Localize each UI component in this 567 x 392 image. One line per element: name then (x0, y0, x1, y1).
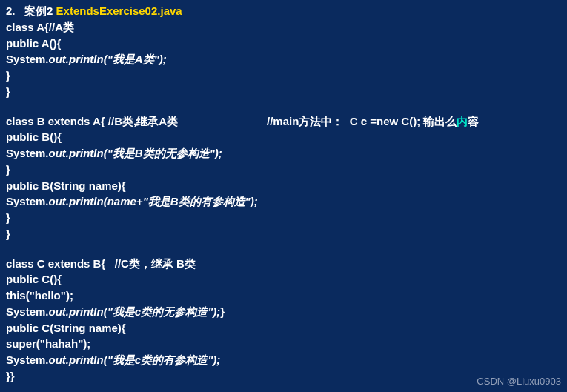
code-text: System. (6, 53, 49, 65)
code-italic: out.println("我是c类的有参构造"); (49, 353, 221, 366)
code-comment: //C类，继承 B类 (115, 257, 196, 270)
title-line: 2. 案例2 ExtendsExercise02.java (6, 3, 561, 19)
main-comment: //main方法中： C c =new C(); 输出么内容 (267, 113, 479, 130)
code-text: System. (6, 305, 49, 318)
code-line: public C(){ (6, 271, 561, 288)
code-text: class C extends B{ (6, 257, 115, 270)
code-line: public B(){ (6, 129, 561, 145)
code-line: public C(String name){ (6, 320, 561, 336)
block-gap (6, 242, 561, 256)
code-line: } (6, 84, 561, 100)
code-text: System. (6, 353, 49, 366)
code-text: System. (6, 147, 49, 159)
code-line: System.out.println("我是A类"); (6, 51, 561, 67)
code-line: } (6, 162, 561, 178)
code-line: class C extends B{ //C类，继承 B类 (6, 256, 561, 272)
code-line: System.out.println("我是c类的无参构造");} (6, 304, 561, 320)
code-italic: out.println(name+"我是B类的有参构造"); (49, 195, 258, 207)
code-italic: out.println("我是A类"); (49, 53, 167, 65)
code-line: System.out.println("我是B类的无参构造"); (6, 145, 561, 162)
code-line: } (6, 67, 561, 84)
code-line: super("hahah"); (6, 336, 561, 352)
title-case: 案例2 (24, 4, 53, 17)
code-line: public A(){ (6, 36, 561, 52)
code-line: System.out.println("我是c类的有参构造"); (6, 352, 561, 368)
code-line: class A{//A类 (6, 19, 561, 36)
block-gap (6, 100, 561, 113)
code-line: System.out.println(name+"我是B类的有参构造"); (6, 193, 561, 210)
comment-text: 容 (468, 115, 479, 127)
code-text: class B extends A{ (6, 115, 108, 127)
code-line: } (6, 210, 561, 226)
comment-cyan: 内 (457, 115, 468, 127)
code-text: System. (6, 195, 49, 207)
comment-text: //main方法中： C c =new C(); 输出么 (267, 115, 457, 127)
code-comment: //B类,继承A类 (108, 115, 178, 127)
code-comment: //A类 (49, 21, 74, 33)
code-line: class B extends A{ //B类,继承A类//main方法中： C… (6, 113, 561, 130)
watermark: CSDN @Liuxu0903 (477, 375, 561, 389)
code-italic: out.println("我是c类的无参构造"); (49, 305, 221, 318)
code-text: class A{ (6, 21, 49, 33)
title-number: 2. (6, 4, 16, 17)
code-line: } (6, 226, 561, 242)
code-text: } (220, 305, 225, 318)
title-filename: ExtendsExercise02.java (56, 4, 182, 17)
code-line: this("hello"); (6, 288, 561, 304)
code-line: public B(String name){ (6, 178, 561, 194)
code-italic: out.println("我是B类的无参构造"); (49, 147, 222, 159)
